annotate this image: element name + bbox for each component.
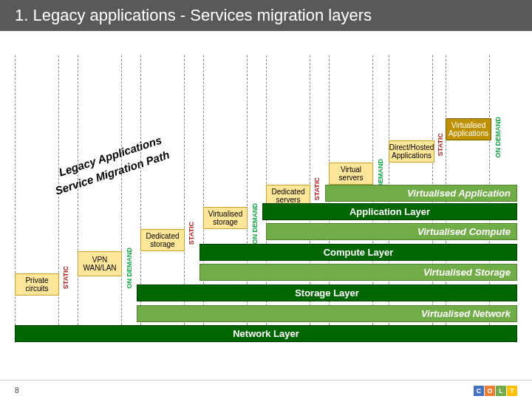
- diagram-canvas: Legacy Applications Service Migration Pa…: [0, 37, 532, 362]
- band-network-layer: Network Layer: [15, 325, 517, 342]
- box-direct-hosted: Direct/Hosted Applications: [389, 140, 434, 163]
- logo-letter: L: [496, 386, 506, 396]
- footer: 8 C O L T: [0, 380, 532, 399]
- band-virtualised-application: Virtualised Application: [325, 185, 517, 202]
- box-dedicated-storage: Dedicated storage: [140, 229, 185, 251]
- band-virtualised-network: Virtualised Network: [137, 305, 517, 322]
- band-compute-layer: Compute Layer: [200, 244, 517, 261]
- colt-logo: C O L T: [474, 386, 517, 396]
- page-title: 1. Legacy applications - Services migrat…: [0, 0, 532, 31]
- box-vpn: VPN WAN/LAN: [78, 251, 122, 276]
- label-ondemand-2: ON DEMAND: [251, 203, 259, 245]
- band-storage-layer: Storage Layer: [137, 284, 517, 301]
- label-static-1: STATIC: [62, 266, 69, 289]
- band-virtualised-compute: Virtualised Compute: [266, 223, 517, 240]
- label-static-2: STATIC: [188, 222, 195, 245]
- label-static-4: STATIC: [437, 133, 444, 156]
- box-virtualised-applications: Virtualised Applications: [446, 118, 491, 140]
- label-ondemand-1: ON DEMAND: [126, 248, 133, 289]
- box-virtual-servers: Virtual servers: [329, 163, 373, 185]
- band-virtualised-storage: Virtualised Storage: [200, 264, 517, 281]
- logo-letter: O: [485, 386, 495, 396]
- band-application-layer: Application Layer: [262, 203, 517, 220]
- label-ondemand-4: ON DEMAND: [494, 117, 502, 158]
- logo-letter: T: [507, 386, 517, 396]
- label-static-3: STATIC: [313, 177, 321, 200]
- box-private-circuits: Private circuits: [15, 273, 59, 296]
- page-number: 8: [15, 386, 19, 395]
- box-virtualised-storage: Virtualised storage: [203, 207, 248, 229]
- logo-letter: C: [474, 386, 484, 396]
